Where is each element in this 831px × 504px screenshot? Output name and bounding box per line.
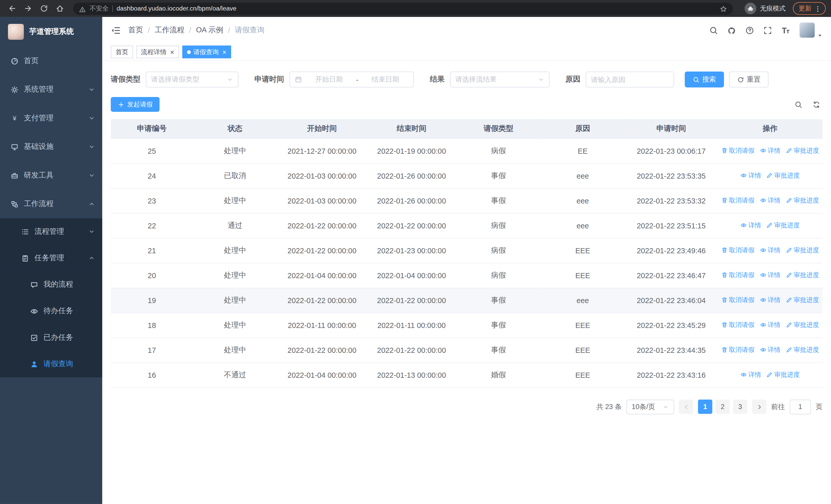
progress-link[interactable]: 审批进度 (766, 221, 800, 230)
menu-infra-icon (10, 143, 19, 151)
avatar-image[interactable] (799, 22, 815, 38)
url-bar[interactable]: 不安全 dashboard.yudao.iocoder.cn/bpm/oa/le… (73, 2, 733, 14)
cell-status: 不通过 (193, 363, 277, 387)
cell-reason: eee (541, 163, 625, 188)
sidebar-item-todo-tasks[interactable]: 待办任务 (0, 298, 103, 324)
detail-link[interactable]: 详情 (740, 171, 761, 180)
result-select[interactable]: 请选择流结果 (450, 71, 549, 88)
detail-link[interactable]: 详情 (760, 196, 780, 205)
sidebar-item-dev-tools[interactable]: 研发工具 (0, 161, 103, 190)
cancel-leave-link[interactable]: 取消请假 (721, 321, 754, 329)
detail-link[interactable]: 详情 (760, 146, 780, 155)
sidebar-item-leave-query[interactable]: 请假查询 (0, 351, 103, 377)
cancel-leave-link[interactable]: 取消请假 (721, 346, 754, 354)
sidebar-item-task-management[interactable]: 任务管理 (0, 245, 103, 271)
detail-link[interactable]: 详情 (760, 346, 780, 354)
forward-icon[interactable] (21, 2, 35, 16)
user-avatar[interactable] (799, 22, 823, 38)
progress-link[interactable]: 审批进度 (766, 171, 800, 180)
create-leave-button[interactable]: 发起请假 (111, 97, 160, 112)
fullscreen-icon[interactable] (763, 26, 772, 35)
detail-link[interactable]: 详情 (760, 271, 780, 280)
sidebar-item-infrastructure[interactable]: 基础设施 (0, 132, 103, 161)
page-button-3[interactable]: 3 (733, 399, 747, 414)
cancel-leave-link[interactable]: 取消请假 (721, 146, 754, 155)
page-button-1[interactable]: 1 (698, 399, 712, 414)
progress-link[interactable]: 审批进度 (786, 346, 819, 354)
breadcrumb-item[interactable]: 首页 (128, 25, 143, 35)
cell-reason: EEE (541, 263, 625, 288)
reset-button[interactable]: 重置 (729, 71, 769, 88)
refresh-table-icon[interactable] (812, 100, 821, 108)
progress-link[interactable]: 审批进度 (786, 296, 819, 305)
apply-time-range-picker[interactable]: 开始日期 - 结束日期 (289, 71, 414, 88)
cancel-leave-link[interactable]: 取消请假 (721, 296, 754, 305)
detail-link[interactable]: 详情 (760, 296, 780, 305)
cell-end-time: 2022-01-19 00:00:00 (367, 138, 456, 163)
sidebar-toggle-icon[interactable] (111, 25, 121, 35)
detail-link[interactable]: 详情 (760, 246, 780, 255)
bookmark-star-icon[interactable] (720, 5, 727, 12)
help-icon[interactable] (745, 26, 754, 35)
sidebar-item-workflow[interactable]: 工作流程 (0, 190, 103, 218)
progress-link[interactable]: 审批进度 (786, 271, 819, 280)
cancel-leave-link[interactable]: 取消请假 (721, 271, 754, 280)
cell-operations: 取消请假详情审批进度 (718, 313, 823, 337)
url-text[interactable]: dashboard.yudao.iocoder.cn/bpm/oa/leave (116, 5, 716, 12)
breadcrumb-item[interactable]: 工作流程 (155, 25, 184, 35)
cancel-leave-link[interactable]: 取消请假 (721, 196, 754, 205)
detail-link[interactable]: 详情 (740, 370, 761, 379)
cell-leave-type: 事假 (456, 337, 541, 362)
cancel-leave-link[interactable]: 取消请假 (721, 246, 754, 255)
update-button[interactable]: 更新 (793, 2, 826, 15)
next-page-button[interactable] (752, 399, 766, 414)
tab-home[interactable]: 首页 (111, 46, 133, 59)
tab-leave-query[interactable]: 请假查询× (182, 46, 231, 59)
reason-input[interactable] (586, 71, 674, 88)
reload-icon[interactable] (37, 2, 51, 16)
not-secure-warning-icon[interactable] (79, 5, 86, 12)
page-button-2[interactable]: 2 (716, 399, 730, 414)
trash-icon (721, 297, 727, 303)
close-icon[interactable]: × (170, 49, 174, 55)
github-icon[interactable] (727, 26, 736, 35)
sidebar-item-payment-management[interactable]: ¥支付管理 (0, 104, 103, 133)
kebab-menu-icon[interactable] (814, 5, 822, 12)
cell-operations: 取消请假详情审批进度 (718, 188, 823, 213)
search-icon[interactable] (709, 26, 718, 35)
cell-leave-type: 事假 (456, 313, 541, 337)
sidebar-item-done-tasks[interactable]: 已办任务 (0, 324, 103, 351)
trash-icon (721, 197, 727, 204)
cell-reason: eee (541, 288, 625, 313)
prev-page-button[interactable] (679, 399, 693, 414)
progress-link[interactable]: 审批进度 (786, 321, 819, 329)
close-icon[interactable]: × (223, 49, 227, 55)
breadcrumb-item[interactable]: OA 示例 (196, 25, 223, 35)
toggle-search-icon[interactable] (795, 100, 803, 108)
chevron-down-icon (538, 76, 544, 83)
progress-link[interactable]: 审批进度 (786, 146, 819, 155)
cell-apply-time: 2022-01-22 23:46:47 (625, 263, 718, 288)
sidebar-item-system-management[interactable]: 系统管理 (0, 75, 103, 104)
total-count: 共 23 条 (596, 402, 622, 411)
chevron-down-icon (89, 172, 95, 179)
sidebar-item-my-process[interactable]: 我的流程 (0, 271, 103, 298)
detail-link[interactable]: 详情 (740, 221, 761, 230)
back-icon[interactable] (5, 2, 19, 16)
goto-page-input[interactable] (790, 399, 811, 414)
leave-type-select[interactable]: 请选择请假类型 (146, 71, 238, 88)
tab-process-detail[interactable]: 流程详情× (136, 46, 179, 59)
trash-icon (721, 148, 727, 154)
progress-link[interactable]: 审批进度 (786, 246, 819, 255)
sidebar-item-process-management[interactable]: 流程管理 (0, 218, 103, 245)
cell-start-time: 2022-01-22 00:00:00 (277, 288, 367, 313)
page-size-select[interactable]: 10条/页 (627, 399, 674, 414)
progress-link[interactable]: 审批进度 (766, 370, 800, 379)
font-size-icon[interactable] (781, 26, 790, 35)
progress-link[interactable]: 审批进度 (786, 196, 819, 205)
sidebar-item-home[interactable]: 首页 (0, 47, 103, 76)
detail-link[interactable]: 详情 (760, 321, 780, 329)
home-icon[interactable] (53, 2, 67, 16)
search-button[interactable]: 搜索 (685, 71, 724, 88)
not-secure-label[interactable]: 不安全 (90, 4, 109, 13)
